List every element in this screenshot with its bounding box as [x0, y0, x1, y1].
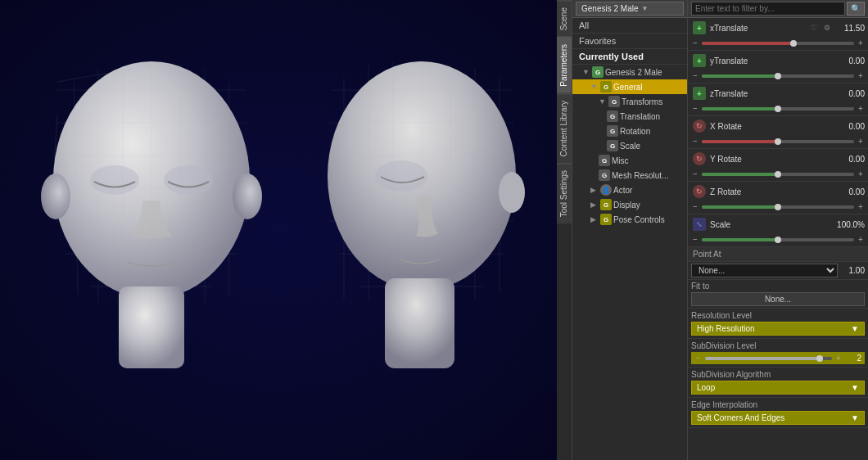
yrotate-slider[interactable] [702, 173, 854, 176]
gear-icon[interactable]: ⚙ [821, 22, 833, 34]
xrotate-slider[interactable] [702, 140, 854, 143]
tab-parameters[interactable]: Parameters [557, 37, 572, 93]
tree-pose-controls[interactable]: ▶ G Pose Controls [572, 212, 687, 227]
dropdown-arrow-icon: ▼ [641, 5, 648, 12]
point-at-dropdown[interactable]: None... [691, 264, 838, 277]
param-row-xtranslate: + xTranslate ♡ ⚙ 11.50 − + [688, 18, 868, 51]
filter-search-button[interactable]: 🔍 [847, 2, 865, 16]
zrotate-plus[interactable]: + [857, 202, 865, 211]
fit-to-none-button[interactable]: None... [691, 292, 865, 306]
svg-point-25 [499, 172, 525, 213]
edge-interp-dropdown[interactable]: Soft Corners And Edges ▼ [691, 411, 865, 425]
subdiv-algo-dropdown[interactable]: Loop ▼ [691, 381, 865, 395]
yrotate-icon: ↻ [693, 152, 706, 165]
ytranslate-slider[interactable] [702, 74, 854, 78]
rotation-icon: G [607, 125, 618, 137]
xtranslate-value: 11.50 [835, 24, 865, 33]
scale-value: 100.0% [835, 220, 865, 229]
subdiv-level-label: SubDivision Level [691, 341, 865, 350]
expand-icon: ▶ [590, 201, 599, 209]
scale-minus[interactable]: − [691, 235, 699, 244]
zrotate-minus[interactable]: − [691, 202, 699, 211]
tree-mesh-res[interactable]: G Mesh Resolut... [572, 168, 687, 183]
tree-scale[interactable]: G Scale [572, 138, 687, 153]
nav-all[interactable]: All [572, 18, 687, 34]
actor-label: Actor [613, 186, 632, 195]
ztranslate-plus[interactable]: + [857, 104, 865, 113]
resolution-dropdown[interactable]: High Resolution ▼ [691, 322, 865, 336]
scale-slider[interactable] [702, 238, 854, 241]
yrotate-plus[interactable]: + [857, 169, 865, 178]
scale-plus[interactable]: + [857, 235, 865, 244]
expand-icon: ▼ [590, 83, 599, 91]
nav-favorites[interactable]: Favorites [572, 34, 687, 49]
rotation-label: Rotation [620, 127, 650, 136]
subdiv-plus[interactable]: + [834, 354, 843, 363]
genesis-label: Genesis 2 Male [605, 68, 662, 77]
xrotate-value: 0.00 [835, 122, 865, 131]
tree-genesis-2-male[interactable]: ▼ G Genesis 2 Male [572, 65, 687, 79]
param-row-ztranslate: + zTranslate 0.00 − + [688, 83, 868, 116]
mesh-res-icon: G [599, 169, 610, 181]
xtranslate-slider[interactable] [702, 42, 854, 45]
fit-to-label: Fit to [691, 282, 865, 291]
xtranslate-label: xTranslate [710, 24, 806, 33]
tab-tool-settings[interactable]: Tool Settings [557, 163, 572, 223]
xrotate-icon: ↻ [693, 120, 706, 133]
actor-icon: 👤 [600, 184, 612, 196]
subdiv-algo-label: SubDivision Algorithm [691, 370, 865, 379]
tree-actor[interactable]: ▶ 👤 Actor [572, 183, 687, 197]
misc-icon: G [599, 155, 610, 166]
expand-icon: ▼ [582, 68, 590, 76]
point-at-row: None... 1.00 [688, 262, 868, 280]
edge-interp-value: Soft Corners And Edges [697, 413, 784, 422]
genesis-dropdown[interactable]: Genesis 2 Male ▼ [576, 2, 684, 16]
resolution-section: Resolution Level High Resolution ▼ [688, 309, 868, 339]
subdiv-slider[interactable] [705, 357, 832, 360]
svg-point-5 [164, 165, 213, 195]
yrotate-label: Y Rotate [710, 155, 833, 164]
point-at-header: Point At [688, 247, 868, 262]
algo-arrow-icon: ▼ [851, 383, 859, 392]
tab-scene[interactable]: Scene [557, 0, 572, 37]
tree-rotation[interactable]: G Rotation [572, 124, 687, 138]
pose-icon: G [600, 214, 612, 225]
ytranslate-label: yTranslate [710, 56, 833, 65]
zrotate-slider[interactable] [702, 205, 854, 209]
svg-point-4 [90, 165, 139, 195]
svg-rect-24 [385, 278, 454, 368]
scale-icon: ⤡ [693, 218, 706, 231]
xrotate-minus[interactable]: − [691, 137, 699, 146]
filter-input[interactable] [691, 2, 845, 16]
edge-interp-label: Edge Interpolation [691, 400, 865, 409]
tree-transforms[interactable]: ▼ G Transforms [572, 94, 687, 109]
resolution-arrow-icon: ▼ [851, 324, 859, 333]
tree-misc[interactable]: G Misc [572, 153, 687, 168]
tree-display[interactable]: ▶ G Display [572, 197, 687, 212]
display-icon: G [600, 199, 612, 210]
ztranslate-value: 0.00 [835, 89, 865, 98]
edge-interp-section: Edge Interpolation Soft Corners And Edge… [688, 398, 868, 428]
tab-content-library[interactable]: Content Library [557, 93, 572, 163]
ytranslate-minus[interactable]: − [691, 71, 699, 80]
expand-icon: ▶ [590, 186, 599, 194]
xtranslate-minus[interactable]: − [691, 38, 699, 47]
tree-general[interactable]: ▼ G General [572, 79, 687, 94]
ytranslate-plus[interactable]: + [857, 71, 865, 80]
ztranslate-slider[interactable] [702, 107, 854, 110]
head-right [295, 16, 549, 426]
xrotate-plus[interactable]: + [857, 137, 865, 146]
scale-label: Scale [710, 220, 833, 229]
heart-icon[interactable]: ♡ [808, 22, 820, 34]
subdiv-minus[interactable]: − [694, 354, 703, 363]
xtranslate-plus[interactable]: + [857, 38, 865, 47]
nav-currently-used[interactable]: Currently Used [572, 49, 687, 65]
edge-arrow-icon: ▼ [851, 413, 859, 422]
tree-translation[interactable]: G Translation [572, 109, 687, 124]
yrotate-minus[interactable]: − [691, 169, 699, 178]
subdiv-algo-value: Loop [697, 383, 715, 392]
zrotate-icon: ↻ [693, 185, 706, 198]
display-label: Display [613, 201, 640, 210]
mesh-res-label: Mesh Resolut... [612, 171, 668, 180]
ztranslate-minus[interactable]: − [691, 104, 699, 113]
